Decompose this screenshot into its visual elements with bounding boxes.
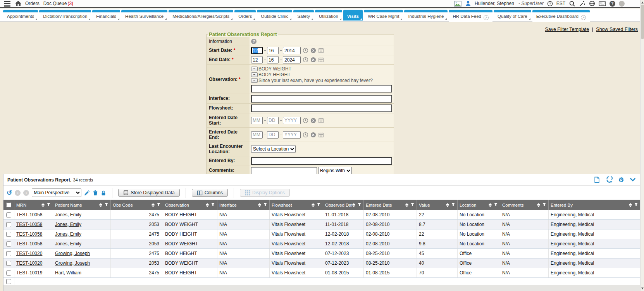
remove-observation-button[interactable]: − (251, 67, 258, 71)
patient-name-link[interactable]: Jones, Emily (55, 222, 81, 227)
breadcrumb-orders[interactable]: Orders (25, 1, 40, 6)
column-header-interface[interactable]: Interface (217, 200, 270, 210)
row-checkbox[interactable] (6, 222, 11, 227)
patient-name-link[interactable]: Growing, Joseph (55, 260, 90, 266)
tab-medications-allergies-scripts[interactable]: Medications/Allergies/Scripts (169, 10, 233, 21)
patient-name-link[interactable]: Jones, Emily (55, 212, 81, 217)
comments-input[interactable] (251, 167, 317, 175)
tab-utilization[interactable]: Utilization (315, 10, 342, 21)
sort-icon[interactable] (41, 203, 45, 207)
column-header-mrn[interactable]: MRN (14, 200, 53, 210)
column-header-observation[interactable]: Observation (163, 200, 217, 210)
entered-date-end-clear-icon[interactable] (310, 132, 316, 138)
patient-name-link[interactable]: Hart, William (55, 270, 81, 276)
sort-icon[interactable] (258, 203, 261, 207)
filter-funnel-icon[interactable] (542, 202, 546, 207)
column-header-flowsheet[interactable]: Flowsheet (270, 200, 323, 210)
delete-perspective-icon[interactable] (93, 190, 98, 196)
wand-icon[interactable] (579, 0, 585, 7)
user-name[interactable]: Hullender, Stephen (475, 1, 514, 6)
row-checkbox[interactable] (6, 279, 11, 284)
search-icon[interactable] (569, 0, 575, 7)
tab-safety[interactable]: Safety (293, 10, 314, 21)
keyboard-icon[interactable] (599, 1, 606, 6)
tab-health-surveillance[interactable]: Health Surveillance (121, 10, 167, 21)
sort-icon[interactable] (629, 203, 632, 207)
sort-icon[interactable] (152, 203, 155, 207)
perspective-select[interactable]: Main Perspective (32, 188, 81, 197)
filter-funnel-icon[interactable] (317, 202, 321, 207)
filter-funnel-icon[interactable] (104, 202, 108, 207)
row-checkbox[interactable] (6, 232, 11, 237)
column-header-patient-name[interactable]: Patient Name (53, 200, 111, 210)
end-date-clear-icon[interactable] (310, 57, 316, 63)
patient-name-link[interactable]: Jones, Emily (55, 231, 81, 237)
sort-icon[interactable] (489, 203, 492, 207)
start-date-day-input[interactable]: 16 (267, 47, 279, 54)
row-checkbox[interactable] (6, 241, 11, 246)
entered-date-start-time-icon[interactable] (303, 118, 308, 123)
mrn-link[interactable]: TEST-10058 (16, 241, 42, 246)
start-date-time-icon[interactable] (303, 48, 308, 53)
columns-button[interactable]: Columns (192, 189, 228, 197)
end-date-year-input[interactable]: 2024 (283, 56, 301, 63)
screenshot-icon[interactable] (454, 1, 461, 7)
end-date-calendar-icon[interactable] (318, 57, 324, 63)
scroll-up-arrow-icon[interactable] (641, 2, 644, 3)
entered-date-start-calendar-icon[interactable] (318, 118, 324, 123)
column-header-obs-code[interactable]: Obs Code (111, 200, 163, 210)
column-header-location[interactable]: Location (458, 200, 500, 210)
entered-date-end-time-icon[interactable] (303, 132, 308, 138)
entered-date-start-clear-icon[interactable] (310, 118, 316, 123)
save-filter-template-link[interactable]: Save Filter Template (545, 27, 589, 32)
entered-date-start-year-input[interactable]: YYYY (283, 117, 301, 124)
mrn-link[interactable]: TEST-10058 (16, 212, 42, 217)
sort-icon[interactable] (352, 203, 355, 207)
scroll-down-arrow-icon[interactable] (641, 288, 644, 289)
settings-gear-icon[interactable]: ⚙ (618, 177, 624, 183)
reset-perspective-icon[interactable]: ↺ (7, 190, 12, 196)
entered-date-start-day-input[interactable]: DD (267, 117, 279, 124)
observation-input[interactable] (251, 85, 392, 92)
home-icon[interactable] (15, 1, 21, 6)
information-help-icon[interactable]: ? (251, 39, 257, 44)
start-date-month-input[interactable]: 12 (251, 47, 263, 54)
column-header-comments[interactable]: Comments (500, 200, 549, 210)
collapse-chevron-icon[interactable] (630, 178, 636, 182)
column-header-value[interactable]: Value (417, 200, 458, 210)
vertical-scrollbar[interactable] (640, 0, 644, 291)
mrn-link[interactable]: TEST-10020 (16, 260, 42, 266)
filter-funnel-icon[interactable] (357, 202, 362, 207)
last-encounter-location-select[interactable]: Select a Location (251, 145, 296, 153)
row-checkbox[interactable] (6, 251, 11, 256)
sort-icon[interactable] (446, 203, 449, 207)
show-saved-filters-link[interactable]: Show Saved Filters (596, 27, 638, 32)
column-header-observed-date[interactable]: Observed Date (323, 200, 364, 210)
tab-dictation-transcription[interactable]: Dictation/Transcription (39, 10, 91, 21)
tab-financials[interactable]: Financials (92, 10, 120, 21)
row-checkbox[interactable] (6, 212, 11, 217)
row-checkbox[interactable] (6, 261, 11, 266)
entered-by-input[interactable] (251, 157, 392, 165)
mrn-link[interactable]: TEST-10020 (16, 251, 42, 256)
scrollbar-thumb[interactable] (641, 5, 644, 39)
end-date-day-input[interactable]: 16 (267, 56, 279, 63)
start-date-calendar-icon[interactable] (318, 48, 324, 53)
store-displayed-data-button[interactable]: Store Displayed Data (118, 189, 179, 197)
column-header-entered-date[interactable]: Entered Date (364, 200, 417, 210)
filter-funnel-icon[interactable] (211, 202, 215, 207)
patient-name-link[interactable]: Jones, Emily (55, 241, 81, 246)
mrn-link[interactable]: TEST-10058 (16, 231, 42, 237)
tab-quality-of-care[interactable]: Quality of Care (494, 10, 531, 21)
tab-industrial-hygiene[interactable]: Industrial Hygiene (404, 10, 448, 21)
menu-icon[interactable] (3, 0, 11, 7)
entered-date-end-calendar-icon[interactable] (318, 132, 324, 138)
filter-funnel-icon[interactable] (46, 202, 51, 207)
sort-icon[interactable] (312, 203, 315, 207)
select-all-checkbox[interactable] (6, 202, 11, 207)
tab-wr-case-mgmt[interactable]: WR Case Mgmt (364, 10, 403, 21)
tab-visits[interactable]: Visits (343, 10, 363, 21)
tab-appointments[interactable]: Appointments (3, 10, 38, 21)
breadcrumb-doc-queue[interactable]: Doc Queue(3) (43, 1, 73, 6)
entered-date-end-day-input[interactable]: DD (267, 131, 279, 139)
